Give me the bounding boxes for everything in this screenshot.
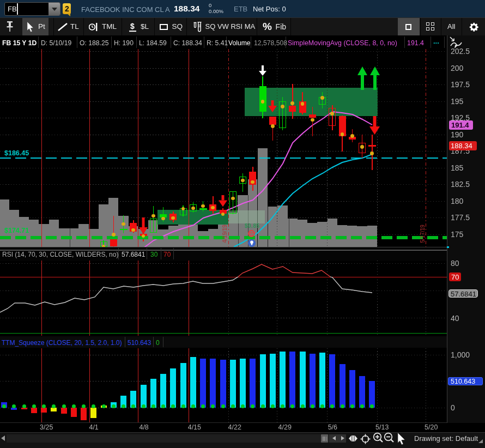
- svg-text:$: $: [130, 22, 135, 31]
